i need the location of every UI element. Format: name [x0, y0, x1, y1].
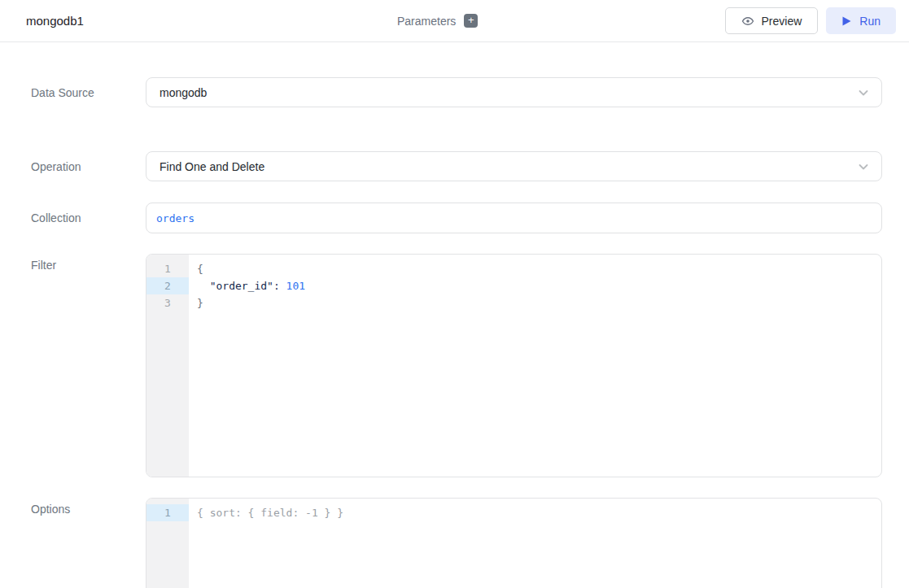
filter-editor-code: { "order_id": 101} — [189, 255, 881, 477]
options-row: Options 1 { sort: { field: -1 } } — [0, 498, 909, 588]
collection-input[interactable]: orders — [146, 203, 882, 233]
collection-value: orders — [156, 212, 194, 224]
code-line: } — [197, 294, 881, 311]
line-number: 1 — [146, 504, 189, 521]
chevron-down-icon — [857, 160, 870, 173]
collection-row: Collection orders — [0, 203, 909, 233]
code-line: { sort: { field: -1 } } — [197, 504, 881, 521]
add-parameter-button[interactable]: + — [464, 14, 478, 28]
query-header-bar: mongodb1 Parameters + Preview Run — [0, 0, 909, 42]
parameters-section: Parameters + — [397, 0, 478, 41]
options-editor-gutter: 1 — [146, 499, 189, 588]
line-number: 1 — [146, 260, 189, 277]
header-actions: Preview Run — [725, 7, 896, 34]
play-icon — [841, 15, 852, 27]
filter-row: Filter 123 { "order_id": 101} — [0, 254, 909, 477]
data-source-label: Data Source — [31, 86, 146, 99]
code-line: "order_id": 101 — [197, 277, 881, 294]
plus-icon: + — [468, 14, 474, 26]
operation-row: Operation Find One and Delete — [0, 151, 909, 181]
filter-label: Filter — [31, 254, 146, 272]
filter-code-editor[interactable]: 123 { "order_id": 101} — [146, 254, 882, 477]
query-name[interactable]: mongodb1 — [26, 14, 84, 28]
operation-value: Find One and Delete — [160, 160, 857, 173]
parameters-label: Parameters — [397, 15, 456, 28]
operation-dropdown[interactable]: Find One and Delete — [146, 151, 882, 181]
preview-button[interactable]: Preview — [725, 7, 819, 34]
preview-button-label: Preview — [762, 15, 802, 28]
run-button[interactable]: Run — [826, 7, 896, 34]
query-editor-form: Data Source mongodb Operation Find One a… — [0, 42, 909, 588]
code-line: { — [197, 260, 881, 277]
line-number: 2 — [146, 277, 189, 294]
options-label: Options — [31, 498, 146, 516]
run-button-label: Run — [859, 15, 881, 28]
data-source-dropdown[interactable]: mongodb — [146, 77, 882, 107]
operation-label: Operation — [31, 160, 146, 173]
options-editor-code: { sort: { field: -1 } } — [189, 499, 881, 588]
options-code-editor[interactable]: 1 { sort: { field: -1 } } — [146, 498, 882, 588]
eye-icon — [741, 15, 754, 28]
filter-editor-gutter: 123 — [146, 255, 189, 477]
data-source-row: Data Source mongodb — [0, 77, 909, 107]
line-number: 3 — [146, 294, 189, 311]
collection-label: Collection — [31, 211, 146, 224]
chevron-down-icon — [857, 86, 870, 99]
data-source-value: mongodb — [160, 86, 857, 99]
